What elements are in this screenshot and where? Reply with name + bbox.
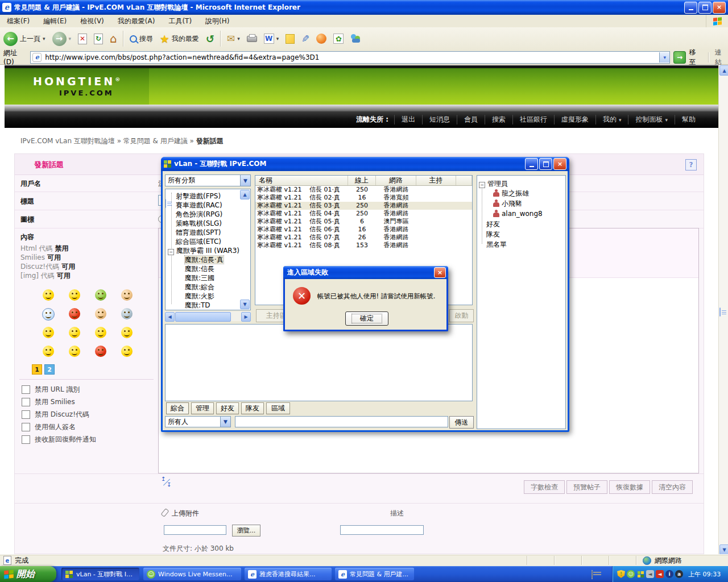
- send-button[interactable]: 傳送: [449, 416, 474, 429]
- tree-item-nobunaga-true[interactable]: 魔獸:信長‧真: [185, 256, 224, 264]
- smiley-laugh-icon[interactable]: [43, 346, 54, 357]
- nav-logout[interactable]: 退出: [394, 115, 422, 124]
- tree-item-rac[interactable]: 賽車遊戲(RAC): [166, 201, 240, 210]
- tree-item-etc[interactable]: 綜合區域(ETC): [166, 237, 240, 246]
- chat-tab-teammates[interactable]: 隊友: [241, 402, 264, 414]
- contact-admin[interactable]: alan_wong8: [477, 209, 562, 219]
- vlan-tray-icon[interactable]: [636, 570, 644, 578]
- category-filter-select[interactable]: 所有分類 ▼: [165, 174, 251, 186]
- nav-search[interactable]: 搜索: [485, 115, 512, 124]
- word-count-button[interactable]: 字數檢查: [524, 480, 565, 494]
- tree-scroll-thumb[interactable]: [165, 199, 166, 208]
- error-dialog-close-button[interactable]: ×: [434, 267, 446, 278]
- smiley-wave-icon[interactable]: [95, 289, 106, 301]
- messenger-button[interactable]: [347, 29, 365, 48]
- messenger-edit-button[interactable]: ✎: [298, 29, 313, 48]
- smiley-sad-icon[interactable]: [121, 327, 133, 338]
- smiley-smile-icon[interactable]: [43, 289, 54, 301]
- vlan-minimize-button[interactable]: [525, 158, 538, 170]
- smiley-rage-icon[interactable]: [95, 346, 106, 357]
- go-label[interactable]: 移至: [689, 48, 702, 67]
- vlan-maximize-button[interactable]: [539, 158, 552, 170]
- attachment-desc-input[interactable]: [340, 525, 424, 535]
- menu-favorites[interactable]: 我的最愛(A): [111, 16, 162, 26]
- taskbar-item-vlan[interactable]: vLan - 互聯對戰 IPv...: [61, 568, 139, 580]
- back-button[interactable]: ← 上一頁 ▾: [0, 29, 49, 48]
- smiley-sob-icon[interactable]: [69, 346, 80, 357]
- collapse-icon[interactable]: −: [479, 182, 485, 188]
- nav-avatar[interactable]: 虛擬形象: [554, 115, 595, 124]
- launch-button[interactable]: 啟動: [449, 309, 474, 322]
- preview-button[interactable]: 預覽帖子: [566, 480, 607, 494]
- scroll-up-icon[interactable]: ▲: [719, 65, 728, 76]
- contacts-group-teammates[interactable]: 隊友: [477, 229, 562, 239]
- vlan-titlebar[interactable]: vLan - 互聯對戰 IPvE.COM ×: [161, 157, 569, 171]
- tree-item-general[interactable]: 魔獸:綜合: [166, 282, 240, 292]
- smiley-clock-icon[interactable]: [42, 308, 55, 321]
- menu-file[interactable]: 檔案(F): [0, 16, 36, 26]
- edit-with-word-button[interactable]: W ▾: [260, 29, 283, 48]
- attachment-file-input[interactable]: [164, 525, 226, 535]
- menu-help[interactable]: 說明(H): [198, 16, 236, 26]
- input-method-keyboard-icon[interactable]: [592, 570, 593, 579]
- links-label[interactable]: 連結: [715, 48, 728, 67]
- audio-horn-icon[interactable]: ◄: [656, 570, 664, 578]
- discuss-button[interactable]: [282, 29, 298, 48]
- column-host[interactable]: 主持: [416, 176, 456, 185]
- smilies-page-2[interactable]: 2: [44, 364, 55, 375]
- server-row[interactable]: 寒冰霸權 v1.21信長 02‧真 16香港寬頻: [255, 194, 472, 202]
- tree-item-threekingdoms[interactable]: 魔獸:三國: [166, 273, 240, 282]
- smiley-blush-icon[interactable]: [43, 327, 54, 338]
- smilies-page-1[interactable]: 1: [32, 364, 42, 375]
- smiley-pout-icon[interactable]: [95, 327, 106, 338]
- checkbox-disable-discuz-code[interactable]: [22, 410, 30, 419]
- ok-button[interactable]: 確定: [345, 311, 388, 326]
- a-badge-tray-icon[interactable]: a: [675, 570, 683, 578]
- url-dropdown-icon[interactable]: ▾: [659, 52, 669, 63]
- smiley-shock-icon[interactable]: [121, 346, 133, 357]
- minimize-button[interactable]: [684, 2, 697, 14]
- smiley-victory-icon[interactable]: [121, 289, 133, 301]
- chat-message-input[interactable]: [235, 416, 448, 427]
- server-row[interactable]: 寒冰霸權 v1.21信長 06‧真 16香港網路: [255, 226, 472, 234]
- tree-scroll-right-icon[interactable]: ▶: [241, 312, 251, 322]
- stop-button[interactable]: ✕: [75, 29, 90, 48]
- refresh-button[interactable]: ↻: [90, 29, 106, 48]
- icq-button[interactable]: ✿: [330, 29, 347, 48]
- tree-hscrollbar[interactable]: ◀ ▶: [165, 311, 251, 321]
- checkbox-use-signature[interactable]: [22, 423, 30, 431]
- contacts-group-admins[interactable]: −管理員: [477, 179, 562, 188]
- tree-item-slg[interactable]: 策略戰棋(SLG): [166, 219, 240, 228]
- nav-messages[interactable]: 短消息: [422, 115, 457, 124]
- tree-item-fps[interactable]: 射擊遊戲(FPS): [166, 192, 240, 201]
- scroll-thumb[interactable]: [719, 307, 721, 317]
- favorites-button[interactable]: ★ 我的最愛: [156, 29, 202, 48]
- checkbox-email-notify[interactable]: [22, 435, 30, 444]
- scroll-down-icon[interactable]: ▼: [719, 544, 728, 555]
- mail-dropdown-icon[interactable]: ▾: [237, 36, 240, 41]
- back-dropdown-icon[interactable]: ▾: [43, 36, 46, 41]
- tree-item-td[interactable]: 魔獸:TD: [166, 301, 240, 310]
- tree-item-spt[interactable]: 體育遊戲(SPT): [166, 228, 240, 237]
- browser-addon-button[interactable]: [313, 29, 330, 48]
- messenger-tray-icon[interactable]: ☺: [627, 570, 635, 578]
- server-row[interactable]: 寒冰霸權 v1.21信長 08‧真 153香港網路: [255, 242, 472, 250]
- url-input[interactable]: [44, 52, 657, 63]
- tree-item-nobunaga[interactable]: 魔獸:信長: [166, 264, 240, 273]
- menu-view[interactable]: 檢視(V): [73, 16, 111, 26]
- combo-arrow-icon[interactable]: ▼: [220, 417, 230, 427]
- smiley-handshake-icon[interactable]: [95, 308, 106, 319]
- taskbar-item-forum[interactable]: e 常見問題 & 用戶建...: [335, 568, 414, 580]
- forward-button[interactable]: → ▾: [49, 29, 75, 48]
- taskbar-item-messenger[interactable]: ☺ Windows Live Messen...: [143, 568, 241, 580]
- send-target-select[interactable]: 所有人 ▼: [165, 416, 231, 427]
- server-row[interactable]: 寒冰霸權 v1.21信長 07‧真 26香港網路: [255, 234, 472, 242]
- restore-button[interactable]: [698, 2, 712, 14]
- nav-my[interactable]: 我的▾: [595, 115, 628, 124]
- chat-tab-area[interactable]: 區域: [266, 402, 290, 414]
- to-top-icon[interactable]: ↥: [161, 477, 166, 481]
- vlan-close-button[interactable]: ×: [553, 158, 566, 170]
- tree-scroll-left-icon[interactable]: ◀: [165, 312, 175, 322]
- taskbar-item-yahoo-search[interactable]: e 雅虎香港搜尋結果...: [245, 568, 332, 580]
- chat-log-area[interactable]: [165, 324, 473, 401]
